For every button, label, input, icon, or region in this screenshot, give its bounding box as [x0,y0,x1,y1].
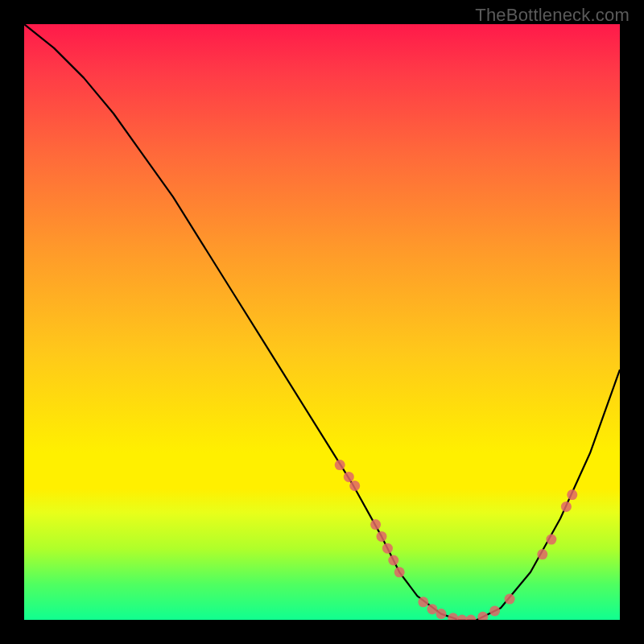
bottleneck-curve [24,24,620,620]
marker-bottom-6 [466,615,477,621]
marker-bottom-3 [436,609,447,619]
marker-right-cluster-4 [567,489,577,500]
chart-svg [24,24,620,620]
marker-left-cluster-7 [388,555,398,566]
marker-bottom-5 [456,615,467,621]
marker-bottom-4 [448,613,458,620]
marker-bottom-8 [489,605,500,616]
data-markers [335,460,578,620]
marker-left-cluster-3 [349,481,360,491]
plot-area [24,24,620,620]
marker-bottom-7 [477,612,488,620]
marker-left-cluster-2 [344,472,354,482]
marker-left-cluster-5 [377,531,387,542]
marker-bottom-2 [427,604,437,614]
marker-bottom-1 [418,597,428,607]
marker-right-cluster-3 [561,502,572,512]
marker-left-cluster-6 [382,543,393,554]
marker-left-cluster-8 [394,567,405,577]
marker-right-cluster-1 [537,549,547,559]
marker-left-cluster-4 [370,519,381,530]
marker-bottom-9 [505,594,515,605]
marker-left-cluster-1 [335,460,345,470]
watermark-text: TheBottleneck.com [475,5,630,26]
marker-right-cluster-2 [546,535,556,545]
